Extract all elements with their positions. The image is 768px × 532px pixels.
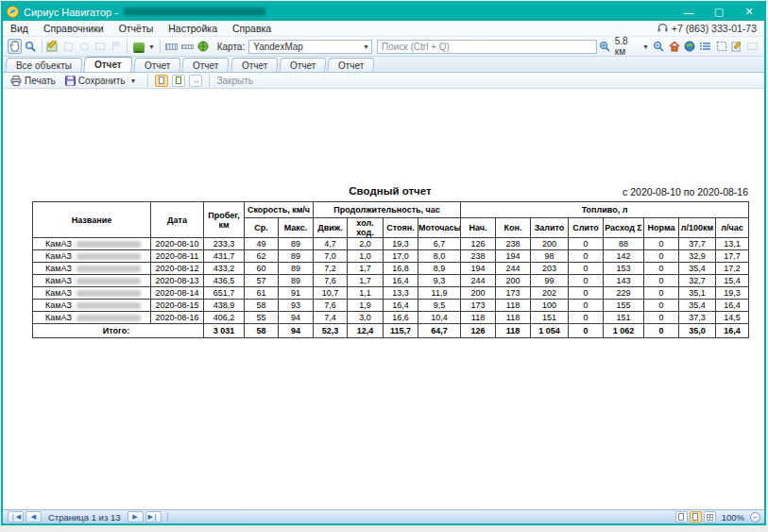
minimize-button[interactable]: — (674, 3, 704, 21)
zoom-level: 100% (722, 512, 744, 523)
tab-report-4[interactable]: Отчет (230, 58, 279, 72)
tab-label: Отчет (193, 60, 218, 71)
measure-icon[interactable] (180, 39, 195, 54)
support-phone: +7 (863) 333-01-73 (657, 23, 764, 34)
view-continuous-button[interactable] (690, 511, 702, 523)
value-cell: 8,0 (418, 250, 461, 263)
col-subheader-4: Стоян. (384, 218, 418, 238)
value-cell: 142 (604, 250, 644, 263)
value-cell: 0 (644, 300, 679, 312)
value-cell: 37,3 (679, 312, 716, 324)
flag-icon[interactable] (110, 39, 124, 54)
vehicle-plate-redacted (77, 315, 141, 321)
header-row-groups: НазваниеДатаПробег, кмСкорость, км/чПрод… (33, 202, 749, 218)
vehicle-plate-redacted (77, 278, 141, 284)
edit-icon[interactable] (730, 39, 744, 54)
close-button[interactable]: ✕ (734, 3, 764, 21)
col-header-date: Дата (151, 202, 204, 238)
menu-item-2[interactable]: Отчёты (111, 21, 162, 36)
menu-item-0[interactable]: Вид (3, 21, 36, 36)
tab-report-5[interactable]: Отчет (279, 58, 327, 72)
map-scale-value[interactable]: 5.8 км (615, 36, 639, 57)
page-last-icon[interactable]: ▶❘ (145, 511, 162, 523)
map-label: Карта: (217, 42, 246, 52)
ruler-icon[interactable] (164, 39, 179, 54)
report-period: с 2020-08-10 по 2020-08-16 (623, 186, 748, 197)
value-cell: 35,4 (679, 263, 716, 275)
view-single-page-button[interactable] (675, 511, 688, 523)
value-cell: 7,6 (314, 275, 348, 287)
magnifier-tool-icon[interactable] (24, 39, 38, 54)
page-prev-icon[interactable]: ◀ (26, 511, 42, 523)
map-select[interactable]: YandexMap ▼ (248, 40, 372, 54)
value-cell: 1,1 (348, 287, 384, 300)
page-first-icon[interactable]: ❘◀ (8, 511, 24, 523)
zoom-out-icon[interactable] (652, 39, 666, 54)
value-cell: 202 (531, 287, 569, 300)
value-cell: 32,7 (679, 275, 716, 287)
view-whole-page-button[interactable] (172, 75, 185, 87)
app-icon (7, 6, 19, 18)
menu-item-4[interactable]: Справка (225, 21, 279, 36)
value-cell: 244 (461, 275, 496, 287)
view-page-width-button[interactable] (155, 75, 168, 87)
tab-report-1[interactable]: Отчет (83, 57, 132, 72)
list-icon[interactable] (699, 39, 713, 54)
scale-dropdown-caret[interactable]: ▼ (642, 43, 649, 50)
page-next-icon[interactable]: ▶ (128, 511, 144, 523)
date-cell: 2020-08-13 (151, 275, 204, 287)
screenshot-icon[interactable] (745, 39, 759, 54)
value-cell: 118 (496, 312, 531, 324)
circle-icon[interactable] (77, 39, 92, 54)
print-button-label: Печать (25, 76, 56, 86)
tab-report-3[interactable]: Отчет (181, 58, 230, 72)
vehicle-plate-redacted (77, 253, 141, 260)
value-cell: 143 (604, 275, 644, 287)
vehicle-name-cell: КамАЗ (33, 250, 151, 263)
value-cell: 62 (245, 250, 279, 263)
value-cell: 57 (245, 275, 279, 287)
value-cell: 16,6 (384, 312, 418, 324)
polygon-icon[interactable] (61, 39, 76, 54)
value-cell: 151 (604, 312, 644, 324)
home-icon[interactable] (667, 39, 681, 54)
menu-item-1[interactable]: Справочники (36, 21, 111, 36)
frame-icon[interactable] (714, 39, 728, 54)
search-input[interactable] (377, 40, 597, 54)
view-fit-button[interactable]: ↔ (189, 75, 202, 87)
layers-icon[interactable] (131, 39, 145, 54)
table-row: КамАЗ2020-08-10233,349894,72,019,36,7126… (33, 238, 749, 250)
save-dropdown-caret[interactable]: ▼ (129, 77, 136, 84)
globe-green-icon[interactable] (196, 39, 211, 54)
value-cell: 7,4 (314, 312, 348, 324)
layers-dropdown-caret[interactable]: ▼ (148, 43, 155, 50)
tab-report-6[interactable]: Отчет (328, 58, 376, 72)
value-cell: 118 (461, 312, 496, 324)
totals-value-cell: 118 (496, 324, 531, 338)
maximize-button[interactable]: ▢ (704, 3, 734, 21)
rectangle-icon[interactable] (94, 39, 108, 54)
col-header-mileage: Пробег, км (204, 202, 245, 238)
value-cell: 200 (531, 238, 569, 250)
tab-report-2[interactable]: Отчет (133, 58, 181, 72)
value-cell: 238 (496, 238, 531, 250)
print-button[interactable]: Печать (8, 74, 59, 87)
col-subheader-12: л/100км (679, 218, 716, 238)
view-multi-page-button[interactable] (704, 511, 716, 523)
zoom-minus-icon[interactable]: − (750, 512, 760, 523)
globe-icon[interactable] (683, 39, 697, 54)
hand-tool-icon[interactable] (8, 39, 22, 54)
value-cell: 16,4 (384, 275, 418, 287)
table-row: КамАЗ2020-08-16406,255947,43,016,610,411… (33, 312, 749, 324)
draw-pencil-icon[interactable] (45, 39, 60, 54)
tab-all-objects[interactable]: Все объекты (5, 58, 83, 72)
save-button[interactable]: Сохранить ▼ (62, 74, 142, 87)
title-bar: Сириус Навигатор - — ▢ ✕ (3, 3, 764, 21)
page-indicator: Страница 1 из 13 (48, 512, 121, 523)
close-report-button[interactable]: Закрыть (216, 76, 253, 86)
totals-value-cell: 1 054 (531, 324, 569, 338)
value-cell: 1,7 (348, 263, 384, 275)
zoom-in-icon[interactable] (598, 39, 612, 54)
menu-item-3[interactable]: Настройка (161, 21, 225, 36)
col-subheader-9: Слито (569, 218, 604, 238)
